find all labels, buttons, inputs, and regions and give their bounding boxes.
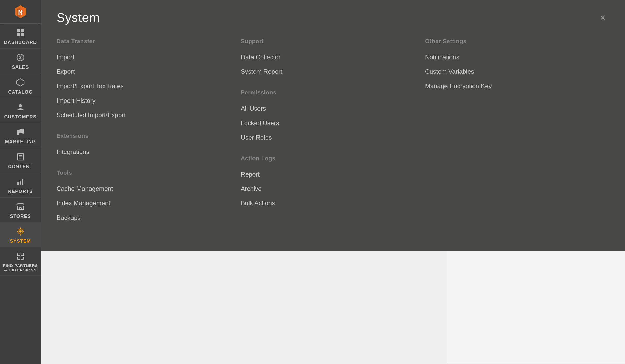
sidebar-logo <box>0 0 41 24</box>
section-heading-support: Support <box>241 38 414 45</box>
marketing-icon <box>16 128 25 138</box>
link-import-export-tax[interactable]: Import/Export Tax Rates <box>57 79 230 93</box>
link-manage-encryption-key[interactable]: Manage Encryption Key <box>425 79 599 93</box>
link-index-management[interactable]: Index Management <box>57 196 230 210</box>
sidebar-item-label-reports: REPORTS <box>8 189 33 194</box>
link-all-users[interactable]: All Users <box>241 101 414 116</box>
find-partners-icon <box>16 252 25 262</box>
system-dropdown: System × Data Transfer Import Export Imp… <box>41 0 625 251</box>
system-dropdown-header: System × <box>57 10 609 25</box>
link-cache-management[interactable]: Cache Management <box>57 181 230 196</box>
svg-rect-27 <box>21 253 24 256</box>
section-other-settings: Other Settings Notifications Custom Vari… <box>425 38 599 93</box>
stores-icon <box>16 202 25 212</box>
section-heading-action-logs: Action Logs <box>241 155 414 162</box>
sidebar-item-label-customers: CUSTOMERS <box>4 114 37 120</box>
link-export[interactable]: Export <box>57 64 230 79</box>
svg-rect-7 <box>21 33 24 36</box>
sidebar-item-label-catalog: CATALOG <box>8 89 32 95</box>
close-button[interactable]: × <box>596 11 609 24</box>
link-archive[interactable]: Archive <box>241 181 414 196</box>
sidebar-item-catalog[interactable]: CATALOG <box>0 73 41 98</box>
section-heading-tools: Tools <box>57 169 230 176</box>
sidebar-item-customers[interactable]: CUSTOMERS <box>0 98 41 123</box>
svg-rect-28 <box>17 257 20 259</box>
sidebar-item-label-system: SYSTEM <box>10 238 31 244</box>
link-locked-users[interactable]: Locked Users <box>241 116 414 130</box>
sidebar-item-marketing[interactable]: MARKETING <box>0 123 41 148</box>
svg-point-12 <box>19 104 22 107</box>
section-support: Support Data Collector System Report <box>241 38 414 79</box>
dropdown-columns: Data Transfer Import Export Import/Expor… <box>57 38 609 235</box>
sidebar-item-sales[interactable]: $ SALES <box>0 49 41 73</box>
system-icon <box>16 227 25 237</box>
content-icon <box>16 153 25 162</box>
link-integrations[interactable]: Integrations <box>57 145 230 159</box>
catalog-icon <box>16 78 25 88</box>
link-custom-variables[interactable]: Custom Variables <box>425 64 599 79</box>
customers-icon <box>16 103 25 113</box>
sidebar-item-content[interactable]: CONTENT <box>0 148 41 173</box>
link-system-report[interactable]: System Report <box>241 64 414 79</box>
svg-rect-5 <box>21 29 24 32</box>
section-heading-extensions: Extensions <box>57 133 230 139</box>
dropdown-column-3: Other Settings Notifications Custom Vari… <box>425 38 609 235</box>
svg-marker-10 <box>17 79 24 86</box>
svg-text:$: $ <box>19 55 22 60</box>
sidebar: DASHBOARD $ SALES CATALOG CUSTOMERS MARK… <box>0 0 41 364</box>
sidebar-item-label-marketing: MARKETING <box>5 139 36 145</box>
link-notifications[interactable]: Notifications <box>425 50 599 64</box>
section-permissions: Permissions All Users Locked Users User … <box>241 89 414 145</box>
dropdown-column-1: Data Transfer Import Export Import/Expor… <box>57 38 241 235</box>
link-action-logs-report[interactable]: Report <box>241 167 414 181</box>
sidebar-item-system[interactable]: SYSTEM <box>0 223 41 247</box>
svg-rect-29 <box>21 257 24 259</box>
link-data-collector[interactable]: Data Collector <box>241 50 414 64</box>
svg-rect-14 <box>17 133 19 135</box>
sidebar-item-dashboard[interactable]: DASHBOARD <box>0 24 41 49</box>
sidebar-item-label-dashboard: DASHBOARD <box>4 40 37 45</box>
dashboard-icon <box>16 29 25 38</box>
svg-rect-26 <box>17 253 20 256</box>
svg-point-25 <box>19 230 22 233</box>
sidebar-item-label-stores: STORES <box>10 214 31 219</box>
sales-icon: $ <box>16 53 25 63</box>
section-heading-data-transfer: Data Transfer <box>57 38 230 45</box>
svg-rect-20 <box>20 181 21 185</box>
link-import-history[interactable]: Import History <box>57 93 230 108</box>
section-data-transfer: Data Transfer Import Export Import/Expor… <box>57 38 230 122</box>
sidebar-item-label-content: CONTENT <box>8 164 33 169</box>
section-heading-permissions: Permissions <box>241 89 414 96</box>
link-user-roles[interactable]: User Roles <box>241 130 414 145</box>
main-content: System × Data Transfer Import Export Imp… <box>41 0 625 364</box>
right-panel-row-5 <box>447 249 625 364</box>
section-tools: Tools Cache Management Index Management … <box>57 169 230 225</box>
section-extensions: Extensions Integrations <box>57 133 230 159</box>
sidebar-item-stores[interactable]: STORES <box>0 198 41 223</box>
section-heading-other-settings: Other Settings <box>425 38 599 45</box>
sidebar-item-reports[interactable]: REPORTS <box>0 173 41 198</box>
dropdown-column-2: Support Data Collector System Report Per… <box>241 38 425 235</box>
svg-rect-4 <box>17 29 20 32</box>
link-import[interactable]: Import <box>57 50 230 64</box>
sidebar-item-label-sales: SALES <box>12 65 29 70</box>
link-backups[interactable]: Backups <box>57 211 230 225</box>
svg-rect-6 <box>17 33 20 36</box>
link-scheduled-import-export[interactable]: Scheduled Import/Export <box>57 108 230 122</box>
system-dropdown-title: System <box>57 10 100 25</box>
svg-rect-19 <box>17 182 19 185</box>
magento-logo-icon <box>14 5 27 19</box>
section-action-logs: Action Logs Report Archive Bulk Actions <box>241 155 414 211</box>
link-bulk-actions[interactable]: Bulk Actions <box>241 196 414 210</box>
svg-rect-21 <box>22 179 23 185</box>
reports-icon <box>16 178 25 187</box>
sidebar-item-find-partners[interactable]: FIND PARTNERS & EXTENSIONS <box>0 247 41 276</box>
sidebar-item-label-find-partners: FIND PARTNERS & EXTENSIONS <box>2 263 39 272</box>
